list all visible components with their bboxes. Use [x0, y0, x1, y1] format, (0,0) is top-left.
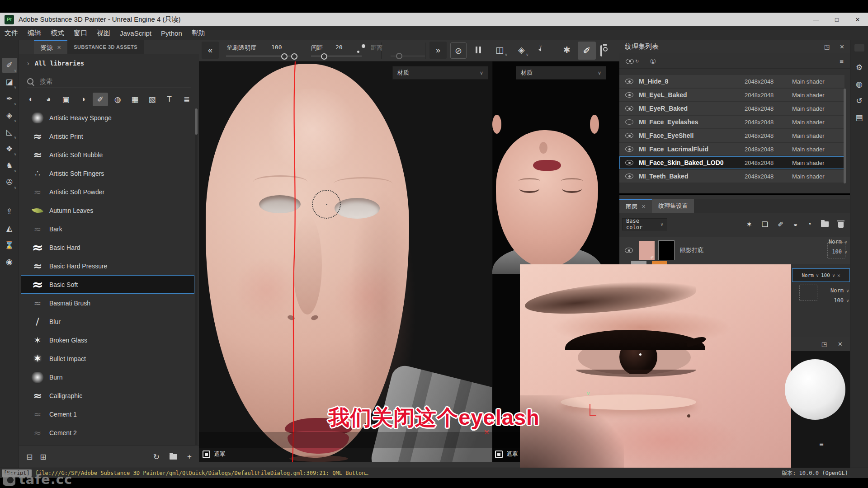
texture-set-row[interactable]: MI_EyeL_Baked 2048x2048 Main shader — [619, 89, 844, 101]
maximize-button[interactable]: □ — [826, 13, 847, 26]
brush-list-item[interactable]: Bullet Impact — [21, 349, 194, 368]
texture-set-row[interactable]: MI_Teeth_Baked 2048x2048 Main shader — [619, 170, 844, 183]
material-dropdown-3d[interactable]: 材质 ∨ — [392, 66, 488, 80]
mask-indicator-3d[interactable]: 遮罩 — [203, 450, 226, 458]
asset-filter-button[interactable]: ◍ — [110, 93, 125, 106]
viewport-3d[interactable]: ✕ 材质 ∨ 遮罩 — [199, 61, 492, 462]
pause-engine-button[interactable] — [476, 47, 481, 53]
close-icon[interactable]: ✕ — [837, 272, 840, 278]
brush-list-item[interactable]: Calligraphic — [21, 386, 194, 405]
tool-button[interactable]: ◈∨ — [2, 108, 17, 123]
visibility-toggle[interactable] — [625, 106, 633, 111]
texture-set-row[interactable]: M_Hide_8 2048x2048 Main shader — [619, 75, 844, 88]
brush-list-item[interactable]: Artistic Heavy Sponge — [21, 108, 194, 127]
visibility-toggle[interactable] — [625, 174, 633, 179]
screenshot-button[interactable] — [600, 46, 602, 56]
asset-filter-button[interactable]: ▣ — [58, 93, 73, 106]
library-header[interactable]: › All libraries — [27, 60, 84, 67]
float-panel-icon[interactable]: ◳ — [821, 341, 827, 347]
visibility-toggle[interactable] — [625, 160, 633, 165]
tool-button[interactable]: ◭ — [2, 221, 17, 236]
mirror-view-button[interactable]: ◫∨ — [495, 45, 504, 55]
opacity-value[interactable]: 100 — [271, 44, 282, 51]
menu-item[interactable]: 模式 — [51, 29, 64, 38]
material-dropdown-2d[interactable]: 材质 ∨ — [516, 66, 606, 80]
tool-button[interactable]: ⌛ — [2, 238, 17, 253]
spacing-slider-knob[interactable] — [321, 53, 327, 60]
visibility-toggle[interactable] — [625, 79, 633, 84]
texture-set-row[interactable]: MI_Face_EyeShell 2048x2048 Main shader — [619, 129, 844, 142]
tool-button[interactable]: ⇪ — [2, 204, 17, 219]
opacity-slider-knob[interactable] — [281, 53, 288, 60]
library-folder-icon[interactable]: ⊞ — [40, 452, 46, 462]
tool-button[interactable]: ✇∨ — [2, 175, 17, 190]
brush-list-item[interactable]: Artistic Print — [21, 127, 194, 145]
texture-set-scrollbar[interactable] — [844, 89, 846, 183]
brush-list-item[interactable]: Artistic Soft Powder — [21, 183, 194, 201]
tool-button[interactable]: ✐∨ — [2, 58, 17, 73]
tool-button[interactable]: ❖∨ — [2, 141, 17, 156]
asset-filter-button[interactable]: ◕ — [41, 93, 56, 106]
open-folder-icon[interactable] — [170, 454, 177, 460]
transform-handle-icon[interactable] — [799, 285, 817, 301]
layer-opacity-dropdown[interactable]: 100 ∨ — [821, 297, 849, 304]
tab-texture-set-settings[interactable]: 纹理集设置 — [652, 199, 694, 213]
refresh-icon[interactable]: ↻ — [153, 452, 160, 462]
menu-item[interactable]: JavaScript — [120, 29, 151, 37]
effect-wand-icon[interactable]: ✶ — [746, 220, 752, 229]
symmetry-toggle[interactable]: ⊘ — [450, 42, 467, 59]
group-folder-icon[interactable] — [821, 221, 829, 227]
shader-settings-icon[interactable]: ◍ — [853, 78, 866, 90]
tab-layers[interactable]: 图层 ✕ — [619, 199, 652, 213]
history-icon[interactable]: ↺ — [853, 94, 866, 107]
visibility-toggle[interactable] — [625, 133, 633, 138]
solo-visibility-icon[interactable]: ① — [650, 57, 656, 66]
brush-list-item[interactable]: Artistic Soft Fingers — [21, 164, 194, 183]
tab-assets[interactable]: 资源 ✕ — [34, 40, 67, 54]
blend-mode-dropdown[interactable]: Norm ∨ — [793, 239, 847, 245]
scrollbar-thumb[interactable] — [195, 108, 198, 135]
brush-list-item[interactable]: Blur — [21, 312, 194, 331]
opacity-slider[interactable] — [226, 56, 298, 56]
float-panel-icon[interactable]: ◳ — [824, 43, 830, 50]
assets-scrollbar[interactable] — [195, 108, 198, 446]
mask-icon[interactable]: ◔ — [807, 220, 811, 228]
minimize-button[interactable]: — — [806, 13, 826, 26]
trash-icon[interactable] — [838, 222, 844, 228]
menu-item[interactable]: 视图 — [97, 29, 110, 38]
geometry-view-button[interactable]: ◈∨ — [518, 45, 525, 55]
mask-indicator-2d[interactable]: 遮罩 — [495, 450, 518, 458]
asset-filter-button[interactable]: ◑ — [75, 93, 91, 106]
particles-button[interactable]: ✱ — [563, 45, 571, 55]
visibility-toggle[interactable] — [625, 92, 633, 98]
close-icon[interactable]: ✕ — [838, 341, 843, 347]
paint-layer-icon[interactable]: ✐ — [778, 220, 783, 229]
brush-list-item[interactable]: Broken Glass — [21, 331, 194, 349]
list-filter-icon[interactable]: ≡ — [840, 57, 844, 65]
asset-filter-button[interactable]: ▧ — [145, 93, 160, 106]
menu-item[interactable]: 编辑 — [28, 29, 41, 38]
asset-filter-button[interactable]: ▦ — [127, 93, 142, 106]
layer-opacity-dropdown[interactable]: 100 ∨ — [793, 249, 847, 255]
tab-substance-3d-assets[interactable]: SUBSTANCE 3D ASSETS — [67, 40, 144, 54]
asset-filter-button[interactable]: T — [162, 93, 177, 106]
menu-item[interactable]: 帮助 — [192, 29, 205, 38]
menu-item[interactable]: Python — [161, 29, 182, 37]
close-icon[interactable]: ✕ — [840, 43, 844, 50]
texture-set-row[interactable]: MI_Face_Skin_Baked_LOD0 2048x2048 Main s… — [619, 156, 844, 169]
paint-mode-button[interactable]: ✐ — [578, 42, 596, 60]
close-icon[interactable]: ✕ — [642, 204, 646, 210]
brush-list-item[interactable]: Burn — [21, 368, 194, 386]
add-resource-button[interactable]: + — [187, 452, 192, 461]
brush-list-item[interactable]: Basmati Brush — [21, 294, 194, 312]
texture-set-row[interactable]: MI_Face_Eyelashes 2048x2048 Main shader — [619, 116, 844, 128]
layer-mask-thumbnail[interactable] — [658, 240, 675, 260]
tool-button[interactable]: ◉ — [2, 254, 17, 269]
asset-filter-button[interactable]: ≣ — [179, 93, 194, 106]
fill-layer-icon[interactable]: ◒ — [793, 220, 798, 228]
brush-list-item[interactable]: Basic Hard — [21, 238, 194, 257]
texture-set-row[interactable]: MI_Face_LacrimalFluid 2048x2048 Main sha… — [619, 143, 844, 155]
tool-button[interactable]: ◪∨ — [2, 75, 17, 89]
preview-menu-icon[interactable]: ≡ — [815, 440, 828, 450]
asset-filter-button[interactable]: ✐ — [93, 93, 108, 106]
